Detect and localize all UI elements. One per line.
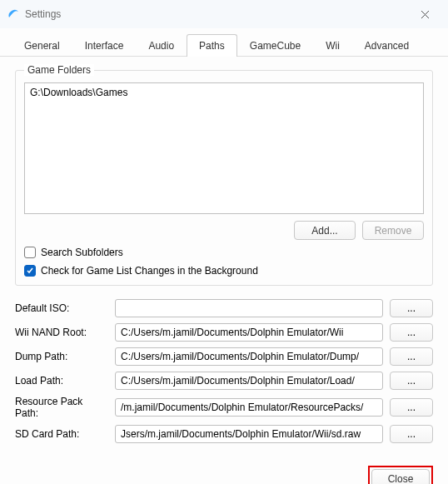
dialog-footer: Close xyxy=(0,457,448,484)
tab-advanced[interactable]: Advanced xyxy=(352,34,421,57)
resource-pack-input[interactable] xyxy=(115,398,383,417)
tab-gamecube[interactable]: GameCube xyxy=(237,34,313,57)
load-path-input[interactable] xyxy=(115,372,383,390)
load-path-browse-button[interactable]: ... xyxy=(390,372,433,390)
dump-path-input[interactable] xyxy=(115,347,383,366)
paths-panel: Game Folders G:\Downloads\Games Add... R… xyxy=(0,57,448,457)
remove-folder-button[interactable]: Remove xyxy=(362,221,424,240)
add-folder-button[interactable]: Add... xyxy=(294,221,356,240)
tab-general[interactable]: General xyxy=(12,34,72,57)
titlebar: Settings xyxy=(0,0,448,28)
app-icon xyxy=(7,7,20,21)
checkbox-icon xyxy=(24,247,36,258)
sd-card-label: SD Card Path: xyxy=(15,428,108,440)
default-iso-input[interactable] xyxy=(115,299,383,317)
background-gamelist-check[interactable]: Check for Game List Changes in the Backg… xyxy=(24,265,424,277)
close-icon xyxy=(421,10,430,19)
list-item[interactable]: G:\Downloads\Games xyxy=(30,87,418,98)
window-close-button[interactable] xyxy=(408,2,441,27)
tab-wii[interactable]: Wii xyxy=(313,34,352,57)
paths-grid: Default ISO: ... Wii NAND Root: ... Dump… xyxy=(15,299,433,443)
checkbox-icon xyxy=(24,265,36,277)
game-folders-group: Game Folders G:\Downloads\Games Add... R… xyxy=(15,70,433,286)
dump-path-label: Dump Path: xyxy=(15,351,108,362)
check-label: Search Subfolders xyxy=(41,247,123,258)
game-folders-legend: Game Folders xyxy=(24,64,94,76)
check-label: Check for Game List Changes in the Backg… xyxy=(41,265,258,277)
dump-path-browse-button[interactable]: ... xyxy=(390,347,433,366)
close-button-highlight: Close xyxy=(368,466,433,484)
resource-pack-browse-button[interactable]: ... xyxy=(390,398,433,417)
wii-nand-input[interactable] xyxy=(115,323,383,342)
resource-pack-label: Resource Pack Path: xyxy=(15,396,108,419)
tab-interface[interactable]: Interface xyxy=(72,34,137,57)
wii-nand-browse-button[interactable]: ... xyxy=(390,323,433,342)
tab-audio[interactable]: Audio xyxy=(136,34,187,57)
tabs-bar: General Interface Audio Paths GameCube W… xyxy=(0,28,448,57)
sd-card-input[interactable] xyxy=(115,425,383,443)
close-button[interactable]: Close xyxy=(371,469,430,484)
default-iso-label: Default ISO: xyxy=(15,302,108,314)
sd-card-browse-button[interactable]: ... xyxy=(390,425,433,443)
game-folders-list[interactable]: G:\Downloads\Games xyxy=(24,82,424,214)
default-iso-browse-button[interactable]: ... xyxy=(390,299,433,317)
load-path-label: Load Path: xyxy=(15,375,108,387)
search-subfolders-check[interactable]: Search Subfolders xyxy=(24,247,424,258)
window-title: Settings xyxy=(25,8,61,20)
tab-paths[interactable]: Paths xyxy=(187,34,237,57)
wii-nand-label: Wii NAND Root: xyxy=(15,327,108,338)
